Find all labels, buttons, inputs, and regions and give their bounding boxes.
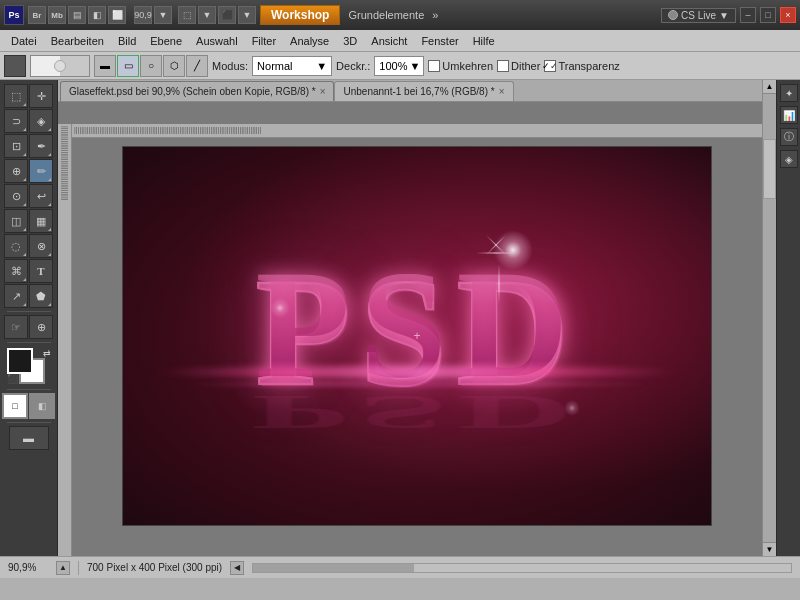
- quick-select-tool[interactable]: ◈: [29, 109, 53, 133]
- tool-divider-3: [7, 389, 51, 390]
- menu-auswahl[interactable]: Auswahl: [189, 33, 245, 49]
- tab-glaseffekt[interactable]: Glaseffekt.psd bei 90,9% (Schein oben Ko…: [60, 81, 334, 101]
- frame-btn[interactable]: ▤: [68, 6, 86, 24]
- bridge-btn[interactable]: Br: [28, 6, 46, 24]
- shape-btn-4[interactable]: ⬡: [163, 55, 185, 77]
- quick-mask-btn[interactable]: ◧: [29, 393, 55, 419]
- histogram-icon[interactable]: 📊: [780, 106, 798, 124]
- scroll-down-btn[interactable]: ▼: [763, 542, 776, 556]
- menu-bild[interactable]: Bild: [111, 33, 143, 49]
- status-nav-left[interactable]: ◀: [230, 561, 244, 575]
- view-btn[interactable]: ⬚: [178, 6, 196, 24]
- menu-datei[interactable]: Datei: [4, 33, 44, 49]
- canvas-region: Glaseffekt.psd bei 90,9% (Schein oben Ko…: [58, 80, 800, 556]
- scroll-up-btn[interactable]: ▲: [763, 80, 776, 94]
- menu-ebene[interactable]: Ebene: [143, 33, 189, 49]
- healing-tool[interactable]: ⊕: [4, 159, 28, 183]
- window-maximize-btn[interactable]: □: [760, 7, 776, 23]
- zoom-indicator-btn[interactable]: ▲: [56, 561, 70, 575]
- window-close-btn[interactable]: ×: [780, 7, 796, 23]
- status-scrollbar[interactable]: [252, 563, 792, 573]
- arrow-more[interactable]: »: [432, 9, 438, 21]
- lasso-tool[interactable]: ⊃: [4, 109, 28, 133]
- dodge-tool[interactable]: ⊗: [29, 234, 53, 258]
- pen-tool[interactable]: ⌘: [4, 259, 28, 283]
- screen-mode-btn[interactable]: ▬: [9, 426, 49, 450]
- color-swatches[interactable]: ⬛ ⇄: [7, 348, 51, 384]
- layers-icon[interactable]: ◈: [780, 150, 798, 168]
- screen-dropdown[interactable]: ▼: [238, 6, 256, 24]
- standard-mode-btn[interactable]: □: [2, 393, 28, 419]
- shape-btn-2[interactable]: ▭: [117, 55, 139, 77]
- vertical-scrollbar[interactable]: ▲ ▼: [762, 80, 776, 556]
- vertical-ruler: ||||||||||||||||||||||||||||||||||||||||…: [58, 124, 72, 556]
- type-tool[interactable]: T: [29, 259, 53, 283]
- path-select-tool[interactable]: ↗: [4, 284, 28, 308]
- tool-row-1: ⬚ ✛: [4, 84, 53, 108]
- tool-row-6: ◫ ▦: [4, 209, 53, 233]
- status-bar: 90,9% ▲ 700 Pixel x 400 Pixel (300 ppi) …: [0, 556, 800, 578]
- frame-btn2[interactable]: ◧: [88, 6, 106, 24]
- navigator-icon[interactable]: ✦: [780, 84, 798, 102]
- crop-tool[interactable]: ⊡: [4, 134, 28, 158]
- shape-btn-1[interactable]: ▬: [94, 55, 116, 77]
- status-scroll-track[interactable]: [252, 563, 792, 573]
- menu-fenster[interactable]: Fenster: [414, 33, 465, 49]
- menu-hilfe[interactable]: Hilfe: [466, 33, 502, 49]
- transparenz-checkbox[interactable]: ✓: [544, 60, 556, 72]
- gradient-tool[interactable]: ▦: [29, 209, 53, 233]
- info-icon[interactable]: ⓘ: [780, 128, 798, 146]
- title-bar: Ps Br Mb ▤ ◧ ⬜ 90,9 ▼ ⬚ ▼ ⬛ ▼ Workshop G…: [0, 0, 800, 30]
- tool-preset-swatch[interactable]: [4, 55, 26, 77]
- opacity-input[interactable]: 100% ▼: [374, 56, 424, 76]
- status-scroll-thumb[interactable]: [253, 564, 414, 572]
- menu-bearbeiten[interactable]: Bearbeiten: [44, 33, 111, 49]
- view-controls: ⬚ ▼ ⬛ ▼: [178, 6, 256, 24]
- mode-dropdown[interactable]: Normal ▼: [252, 56, 332, 76]
- menu-3d[interactable]: 3D: [336, 33, 364, 49]
- brush-tool[interactable]: ✏: [29, 159, 53, 183]
- hand-tool[interactable]: ☞: [4, 315, 28, 339]
- swap-colors[interactable]: ⇄: [43, 348, 51, 358]
- mode-row: □ ◧: [2, 393, 55, 419]
- menu-filter[interactable]: Filter: [245, 33, 283, 49]
- menu-ansicht[interactable]: Ansicht: [364, 33, 414, 49]
- window-minimize-btn[interactable]: –: [740, 7, 756, 23]
- tab-unbenannt[interactable]: Unbenannt-1 bei 16,7% (RGB/8) * ×: [334, 81, 513, 101]
- umkehren-group: Umkehren: [428, 60, 493, 72]
- workshop-btn[interactable]: Workshop: [260, 5, 340, 25]
- canvas-scroll[interactable]: ||||||||||||||||||||||||||||||||||||||||…: [58, 102, 762, 556]
- dither-label: Dither: [511, 60, 540, 72]
- zoom-tool[interactable]: ⊕: [29, 315, 53, 339]
- shape-tool[interactable]: ⬟: [29, 284, 53, 308]
- menu-analyse[interactable]: Analyse: [283, 33, 336, 49]
- tab-close-1[interactable]: ×: [320, 86, 326, 97]
- brush-shape: [54, 60, 66, 72]
- reset-colors[interactable]: ⬛: [7, 374, 18, 384]
- blur-tool[interactable]: ◌: [4, 234, 28, 258]
- marquee-tool[interactable]: ⬚: [4, 84, 28, 108]
- mini-bridge-btn[interactable]: Mb: [48, 6, 66, 24]
- zoom-dropdown[interactable]: ▼: [154, 6, 172, 24]
- zoom-out-btn[interactable]: 90,9: [134, 6, 152, 24]
- history-brush-tool[interactable]: ↩: [29, 184, 53, 208]
- transparenz-label: Transparenz: [558, 60, 619, 72]
- move-tool[interactable]: ✛: [29, 84, 53, 108]
- screen-btn[interactable]: ⬛: [218, 6, 236, 24]
- view-dropdown[interactable]: ▼: [198, 6, 216, 24]
- brush-preview[interactable]: [30, 55, 90, 77]
- umkehren-checkbox[interactable]: [428, 60, 440, 72]
- stamp-tool[interactable]: ⊙: [4, 184, 28, 208]
- shape-btn-3[interactable]: ○: [140, 55, 162, 77]
- arrangement-btn[interactable]: ⬜: [108, 6, 126, 24]
- tool-row-8: ⌘ T: [4, 259, 53, 283]
- cs-live-btn[interactable]: CS Live ▼: [661, 8, 736, 23]
- shape-btn-5[interactable]: ╱: [186, 55, 208, 77]
- scroll-track[interactable]: [763, 94, 776, 542]
- eyedropper-tool[interactable]: ✒: [29, 134, 53, 158]
- scroll-thumb[interactable]: [763, 139, 776, 199]
- dither-checkbox[interactable]: [497, 60, 509, 72]
- eraser-tool[interactable]: ◫: [4, 209, 28, 233]
- foreground-color-swatch[interactable]: [7, 348, 33, 374]
- tab-close-2[interactable]: ×: [499, 86, 505, 97]
